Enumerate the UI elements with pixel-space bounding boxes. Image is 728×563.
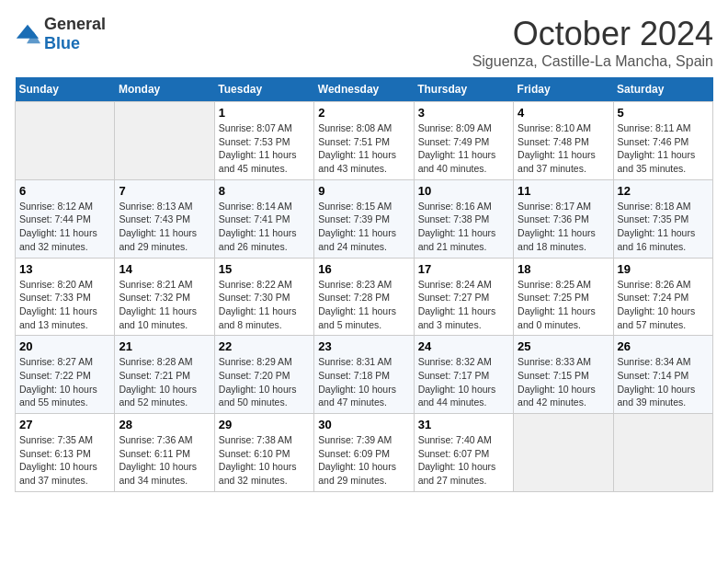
calendar-cell: 22Sunrise: 8:29 AMSunset: 7:20 PMDayligh… <box>214 336 313 414</box>
day-detail: Sunrise: 8:33 AMSunset: 7:15 PMDaylight:… <box>518 355 609 409</box>
calendar-week-row: 13Sunrise: 8:20 AMSunset: 7:33 PMDayligh… <box>16 258 713 336</box>
day-number: 25 <box>518 339 609 353</box>
day-number: 11 <box>518 184 609 198</box>
calendar-cell: 28Sunrise: 7:36 AMSunset: 6:11 PMDayligh… <box>115 414 214 492</box>
day-number: 1 <box>219 106 310 120</box>
day-detail: Sunrise: 8:25 AMSunset: 7:25 PMDaylight:… <box>518 278 609 332</box>
day-detail: Sunrise: 8:34 AMSunset: 7:14 PMDaylight:… <box>618 355 709 409</box>
calendar-cell <box>613 414 712 492</box>
day-number: 30 <box>318 418 409 431</box>
calendar-header: SundayMondayTuesdayWednesdayThursdayFrid… <box>16 77 713 102</box>
day-number: 24 <box>418 339 509 353</box>
logo-blue: Blue <box>44 34 80 52</box>
calendar-cell: 13Sunrise: 8:20 AMSunset: 7:33 PMDayligh… <box>16 258 115 336</box>
calendar-cell: 14Sunrise: 8:21 AMSunset: 7:32 PMDayligh… <box>115 258 214 336</box>
calendar-cell: 2Sunrise: 8:08 AMSunset: 7:51 PMDaylight… <box>314 102 414 180</box>
calendar-table: SundayMondayTuesdayWednesdayThursdayFrid… <box>15 77 713 492</box>
logo: General Blue <box>15 15 106 53</box>
day-detail: Sunrise: 8:15 AMSunset: 7:39 PMDaylight:… <box>318 200 409 254</box>
day-detail: Sunrise: 8:12 AMSunset: 7:44 PMDaylight:… <box>19 200 110 254</box>
calendar-cell <box>514 414 613 492</box>
day-number: 4 <box>518 106 609 120</box>
calendar-week-row: 6Sunrise: 8:12 AMSunset: 7:44 PMDaylight… <box>16 179 713 258</box>
day-detail: Sunrise: 8:28 AMSunset: 7:21 PMDaylight:… <box>119 355 210 409</box>
logo-general: General <box>44 15 106 33</box>
day-number: 10 <box>418 184 509 198</box>
calendar-week-row: 1Sunrise: 8:07 AMSunset: 7:53 PMDaylight… <box>16 102 713 180</box>
weekday-header: Wednesday <box>314 77 414 102</box>
title-block: October 2024 Siguenza, Castille-La Manch… <box>472 15 713 70</box>
day-detail: Sunrise: 8:26 AMSunset: 7:24 PMDaylight:… <box>618 278 709 332</box>
weekday-header: Thursday <box>414 77 513 102</box>
day-detail: Sunrise: 8:09 AMSunset: 7:49 PMDaylight:… <box>418 121 509 176</box>
calendar-week-row: 27Sunrise: 7:35 AMSunset: 6:13 PMDayligh… <box>16 414 713 492</box>
day-number: 23 <box>318 339 409 353</box>
calendar-cell: 4Sunrise: 8:10 AMSunset: 7:48 PMDaylight… <box>514 102 613 180</box>
calendar-cell: 8Sunrise: 8:14 AMSunset: 7:41 PMDaylight… <box>214 179 313 258</box>
day-number: 17 <box>418 262 509 276</box>
calendar-cell: 25Sunrise: 8:33 AMSunset: 7:15 PMDayligh… <box>514 336 613 414</box>
day-number: 26 <box>618 339 709 353</box>
day-number: 19 <box>618 262 709 276</box>
day-number: 3 <box>418 106 509 120</box>
day-number: 15 <box>219 262 310 276</box>
calendar-cell: 10Sunrise: 8:16 AMSunset: 7:38 PMDayligh… <box>414 179 513 258</box>
day-detail: Sunrise: 8:32 AMSunset: 7:17 PMDaylight:… <box>418 355 509 409</box>
day-detail: Sunrise: 8:23 AMSunset: 7:28 PMDaylight:… <box>318 278 409 332</box>
day-number: 6 <box>19 184 110 198</box>
day-detail: Sunrise: 8:27 AMSunset: 7:22 PMDaylight:… <box>19 355 110 409</box>
calendar-week-row: 20Sunrise: 8:27 AMSunset: 7:22 PMDayligh… <box>16 336 713 414</box>
logo-icon <box>15 21 40 47</box>
day-detail: Sunrise: 8:14 AMSunset: 7:41 PMDaylight:… <box>219 200 310 254</box>
day-number: 18 <box>518 262 609 276</box>
day-detail: Sunrise: 8:11 AMSunset: 7:46 PMDaylight:… <box>618 121 709 176</box>
day-number: 28 <box>119 418 210 431</box>
day-detail: Sunrise: 8:20 AMSunset: 7:33 PMDaylight:… <box>19 278 110 332</box>
calendar-cell: 27Sunrise: 7:35 AMSunset: 6:13 PMDayligh… <box>16 414 115 492</box>
calendar-cell: 3Sunrise: 8:09 AMSunset: 7:49 PMDaylight… <box>414 102 513 180</box>
calendar-cell: 17Sunrise: 8:24 AMSunset: 7:27 PMDayligh… <box>414 258 513 336</box>
weekday-header: Monday <box>115 77 214 102</box>
day-number: 20 <box>19 339 110 353</box>
calendar-cell <box>115 102 214 180</box>
calendar-cell <box>16 102 115 180</box>
day-detail: Sunrise: 8:31 AMSunset: 7:18 PMDaylight:… <box>318 355 409 409</box>
calendar-cell: 11Sunrise: 8:17 AMSunset: 7:36 PMDayligh… <box>514 179 613 258</box>
header-row: SundayMondayTuesdayWednesdayThursdayFrid… <box>16 77 713 102</box>
day-number: 21 <box>119 339 210 353</box>
day-number: 9 <box>318 184 409 198</box>
calendar-cell: 30Sunrise: 7:39 AMSunset: 6:09 PMDayligh… <box>314 414 414 492</box>
day-detail: Sunrise: 7:38 AMSunset: 6:10 PMDaylight:… <box>219 433 310 488</box>
day-detail: Sunrise: 8:29 AMSunset: 7:20 PMDaylight:… <box>219 355 310 409</box>
day-number: 8 <box>219 184 310 198</box>
day-detail: Sunrise: 8:17 AMSunset: 7:36 PMDaylight:… <box>518 200 609 254</box>
weekday-header: Saturday <box>613 77 712 102</box>
day-number: 27 <box>19 418 110 431</box>
weekday-header: Friday <box>514 77 613 102</box>
calendar-cell: 1Sunrise: 8:07 AMSunset: 7:53 PMDaylight… <box>214 102 313 180</box>
calendar-cell: 15Sunrise: 8:22 AMSunset: 7:30 PMDayligh… <box>214 258 313 336</box>
day-number: 16 <box>318 262 409 276</box>
day-number: 13 <box>19 262 110 276</box>
calendar-cell: 7Sunrise: 8:13 AMSunset: 7:43 PMDaylight… <box>115 179 214 258</box>
day-number: 5 <box>618 106 709 120</box>
day-number: 31 <box>418 418 509 431</box>
day-number: 7 <box>119 184 210 198</box>
month-title: October 2024 <box>472 15 713 53</box>
day-detail: Sunrise: 8:08 AMSunset: 7:51 PMDaylight:… <box>318 121 409 176</box>
calendar-cell: 31Sunrise: 7:40 AMSunset: 6:07 PMDayligh… <box>414 414 513 492</box>
calendar-cell: 24Sunrise: 8:32 AMSunset: 7:17 PMDayligh… <box>414 336 513 414</box>
calendar-cell: 23Sunrise: 8:31 AMSunset: 7:18 PMDayligh… <box>314 336 414 414</box>
day-detail: Sunrise: 8:13 AMSunset: 7:43 PMDaylight:… <box>119 200 210 254</box>
calendar-cell: 16Sunrise: 8:23 AMSunset: 7:28 PMDayligh… <box>314 258 414 336</box>
day-detail: Sunrise: 7:36 AMSunset: 6:11 PMDaylight:… <box>119 433 210 488</box>
calendar-cell: 21Sunrise: 8:28 AMSunset: 7:21 PMDayligh… <box>115 336 214 414</box>
day-number: 14 <box>119 262 210 276</box>
day-detail: Sunrise: 8:16 AMSunset: 7:38 PMDaylight:… <box>418 200 509 254</box>
day-detail: Sunrise: 8:10 AMSunset: 7:48 PMDaylight:… <box>518 121 609 176</box>
calendar-cell: 9Sunrise: 8:15 AMSunset: 7:39 PMDaylight… <box>314 179 414 258</box>
day-detail: Sunrise: 7:35 AMSunset: 6:13 PMDaylight:… <box>19 433 110 488</box>
day-detail: Sunrise: 7:40 AMSunset: 6:07 PMDaylight:… <box>418 433 509 488</box>
day-detail: Sunrise: 8:22 AMSunset: 7:30 PMDaylight:… <box>219 278 310 332</box>
calendar-cell: 18Sunrise: 8:25 AMSunset: 7:25 PMDayligh… <box>514 258 613 336</box>
